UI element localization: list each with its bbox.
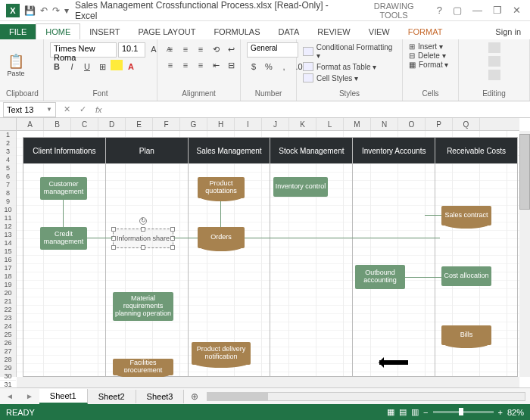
align-right-icon[interactable]: ≡ (194, 58, 207, 72)
align-bottom-icon[interactable]: ≡ (194, 42, 207, 56)
italic-button[interactable]: I (65, 60, 79, 73)
horizontal-scroll-tabbar[interactable] (207, 392, 525, 401)
row-headers[interactable]: 1234567891011121314151617181920212223242… (0, 131, 17, 377)
close-icon[interactable]: ✕ (513, 5, 521, 16)
enter-formula-icon[interactable]: ✓ (75, 104, 91, 114)
shape-product-quotations[interactable]: Product quotations (198, 177, 245, 198)
sheet-nav-next-icon[interactable]: ► (20, 392, 39, 400)
shape-information-share-selected[interactable]: Information share (113, 229, 173, 248)
col-header-A[interactable]: A (17, 118, 44, 130)
zoom-out-button[interactable]: − (423, 408, 428, 417)
col-header-D[interactable]: D (98, 118, 126, 130)
fill-color-button[interactable] (111, 60, 123, 70)
row-header-12[interactable]: 12 (0, 222, 16, 231)
row-header-15[interactable]: 15 (0, 247, 16, 256)
decrease-indent-icon[interactable]: ⇤ (209, 58, 223, 72)
row-header-10[interactable]: 10 (0, 206, 16, 214)
row-header-24[interactable]: 24 (0, 322, 16, 331)
col-header-B[interactable]: B (44, 118, 71, 130)
shape-credit-management[interactable]: Credit management (40, 227, 87, 250)
rotate-handle-icon[interactable] (139, 217, 147, 225)
sheet-nav-prev-icon[interactable]: ◄ (0, 392, 20, 400)
row-header-1[interactable]: 1 (0, 131, 16, 139)
clear-icon[interactable] (488, 70, 500, 80)
zoom-percent-label[interactable]: 82% (507, 408, 524, 417)
shape-material-requirements[interactable]: Material requirements planning operation (113, 292, 173, 321)
shape-cost-allocation[interactable]: Cost allocation (441, 266, 491, 286)
delete-cells-button[interactable]: ⊟Delete ▾ (409, 51, 446, 60)
row-header-26[interactable]: 26 (0, 339, 16, 347)
col-header-C[interactable]: C (71, 118, 98, 130)
cell-styles-button[interactable]: Cell Styles ▾ (303, 73, 358, 83)
font-color-button[interactable]: A (124, 60, 138, 73)
font-size-select[interactable]: 10.1 (118, 42, 145, 58)
align-top-icon[interactable]: ≡ (164, 42, 177, 56)
align-middle-icon[interactable]: ≡ (179, 42, 192, 56)
shape-inventory-control[interactable]: Inventory control (273, 177, 328, 197)
row-header-23[interactable]: 23 (0, 314, 16, 322)
shape-outbound-accounting[interactable]: Outbound accounting (355, 265, 405, 289)
view-page-layout-icon[interactable]: ▤ (399, 407, 407, 417)
shape-product-delivery-notification[interactable]: Product delivery notification (192, 342, 251, 365)
row-header-6[interactable]: 6 (0, 173, 16, 181)
cell-grid[interactable]: Client InformationsPlanSales ManagementS… (17, 131, 519, 377)
align-center-icon[interactable]: ≡ (179, 58, 192, 72)
format-cells-button[interactable]: ▦Format ▾ (409, 61, 448, 69)
currency-icon[interactable]: $ (247, 60, 260, 73)
col-header-E[interactable]: E (126, 118, 153, 130)
comma-icon[interactable]: , (277, 60, 291, 73)
row-header-14[interactable]: 14 (0, 239, 16, 247)
undo-icon[interactable]: ↶ (40, 5, 48, 16)
tab-file[interactable]: FILE (0, 24, 36, 39)
col-header-I[interactable]: I (235, 118, 262, 130)
col-header-L[interactable]: L (316, 118, 344, 130)
row-header-13[interactable]: 13 (0, 231, 16, 239)
zoom-in-button[interactable]: + (498, 408, 503, 417)
conditional-formatting-button[interactable]: Conditional Formatting ▾ (303, 42, 396, 61)
row-header-27[interactable]: 27 (0, 347, 16, 356)
sheet-tab-2[interactable]: Sheet2 (88, 390, 136, 403)
row-header-11[interactable]: 11 (0, 214, 16, 222)
col-header-H[interactable]: H (207, 118, 235, 130)
restore-icon[interactable]: ❐ (493, 5, 502, 16)
tab-formulas[interactable]: FORMULAS (204, 24, 269, 39)
wrap-text-icon[interactable]: ↩ (224, 42, 238, 56)
arrow-annotation-icon[interactable] (379, 360, 408, 365)
row-header-3[interactable]: 3 (0, 148, 16, 156)
vertical-scrollbar[interactable] (519, 131, 530, 377)
name-box[interactable]: Text 13▼ (3, 102, 56, 117)
row-header-30[interactable]: 30 (0, 372, 16, 381)
percent-icon[interactable]: % (262, 60, 276, 73)
help-icon[interactable]: ? (437, 5, 442, 16)
ribbon-display-options-icon[interactable]: ▢ (453, 5, 462, 16)
col-header-J[interactable]: J (262, 118, 289, 130)
tab-home[interactable]: HOME (36, 23, 80, 39)
shape-facilities-procurement[interactable]: Facilities procurement (113, 359, 173, 375)
col-header-G[interactable]: G (180, 118, 207, 130)
row-header-16[interactable]: 16 (0, 256, 16, 264)
shape-customer-management[interactable]: Customer management (40, 177, 87, 200)
zoom-slider[interactable] (433, 411, 494, 413)
bold-button[interactable]: B (50, 60, 64, 73)
align-left-icon[interactable]: ≡ (164, 58, 177, 72)
formula-input[interactable] (107, 103, 530, 117)
borders-button[interactable]: ⊞ (95, 60, 109, 73)
column-headers[interactable]: ABCDEFGHIJKLMNOPQ (17, 118, 519, 131)
row-header-29[interactable]: 29 (0, 364, 16, 372)
add-sheet-button[interactable]: ⊕ (187, 390, 202, 403)
row-header-19[interactable]: 19 (0, 281, 16, 289)
font-name-select[interactable]: Times New Roma (50, 42, 117, 58)
number-format-select[interactable]: General (247, 42, 298, 58)
qat-more-icon[interactable]: ▾ (64, 5, 69, 16)
row-header-22[interactable]: 22 (0, 306, 16, 314)
row-header-17[interactable]: 17 (0, 264, 16, 272)
row-header-8[interactable]: 8 (0, 189, 16, 198)
row-header-31[interactable]: 31 (0, 381, 16, 387)
tab-data[interactable]: DATA (270, 24, 309, 39)
shape-bills[interactable]: Bills (441, 325, 491, 345)
horizontal-scrollbar[interactable] (17, 377, 519, 387)
col-header-Q[interactable]: Q (453, 118, 480, 130)
tab-review[interactable]: REVIEW (308, 24, 359, 39)
sign-in-link[interactable]: Sign in (486, 24, 530, 39)
orientation-icon[interactable]: ⟲ (209, 42, 223, 56)
